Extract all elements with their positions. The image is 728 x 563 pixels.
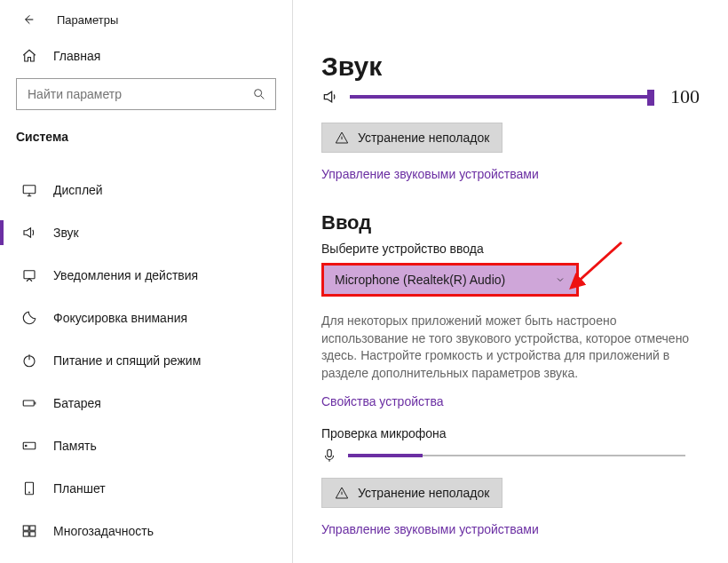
svg-rect-1: [23, 186, 36, 194]
display-icon: [21, 182, 37, 198]
sidebar-item-label: Батарея: [53, 396, 101, 410]
sidebar: Параметры Главная Система Дисплей Звук У…: [0, 0, 293, 563]
input-device-select[interactable]: Microphone (Realtek(R) Audio): [321, 263, 579, 297]
sidebar-item-label: Планшет: [53, 481, 106, 496]
svg-point-8: [29, 492, 30, 493]
battery-icon: [21, 395, 37, 411]
sidebar-item-label: Уведомления и действия: [53, 268, 198, 282]
sidebar-item-label: Фокусировка внимания: [53, 311, 187, 325]
troubleshoot-output-button[interactable]: Устранение неполадок: [321, 123, 502, 153]
svg-point-0: [255, 90, 262, 97]
mic-level-fill: [348, 454, 423, 457]
input-description: Для некоторых приложений может быть наст…: [321, 313, 700, 382]
volume-value: 100: [670, 85, 700, 108]
button-label: Устранение неполадок: [358, 486, 489, 500]
svg-line-14: [577, 242, 621, 282]
annotation-arrow: [568, 238, 630, 291]
troubleshoot-input-button[interactable]: Устранение неполадок: [321, 478, 502, 508]
sidebar-home[interactable]: Главная: [0, 36, 292, 75]
input-select-label: Выберите устройство ввода: [321, 242, 700, 256]
sidebar-item-label: Питание и спящий режим: [53, 353, 201, 368]
sidebar-item-sound[interactable]: Звук: [0, 211, 292, 254]
storage-icon: [21, 438, 37, 454]
mic-test-row: [321, 448, 700, 464]
sidebar-item-notifications[interactable]: Уведомления и действия: [0, 254, 292, 297]
home-icon: [21, 48, 37, 64]
main-content: Звук 100 Устранение неполадок Управление…: [293, 0, 728, 563]
back-arrow-icon[interactable]: [21, 12, 36, 27]
multitask-icon: [21, 523, 37, 539]
sidebar-home-label: Главная: [53, 49, 100, 63]
sidebar-item-focus[interactable]: Фокусировка внимания: [0, 297, 292, 339]
manage-devices-link[interactable]: Управление звуковыми устройствами: [321, 167, 700, 181]
sidebar-item-multitask[interactable]: Многозадачность: [0, 510, 292, 552]
svg-rect-4: [23, 400, 34, 406]
sidebar-item-label: Звук: [53, 226, 79, 240]
mic-level-bar: [348, 455, 685, 456]
mic-test-label: Проверка микрофона: [321, 426, 700, 440]
button-label: Устранение неполадок: [358, 131, 489, 145]
sidebar-nav: Дисплей Звук Уведомления и действия Фоку…: [0, 169, 292, 552]
page-title: Звук: [321, 52, 700, 82]
sidebar-item-label: Дисплей: [53, 183, 103, 197]
sidebar-item-label: Многозадачность: [53, 524, 154, 538]
notification-icon: [21, 267, 37, 283]
device-properties-link[interactable]: Свойства устройства: [321, 394, 700, 408]
manage-devices-link-2[interactable]: Управление звуковыми устройствами: [321, 522, 700, 536]
svg-rect-13: [328, 450, 332, 457]
focus-icon: [21, 310, 37, 326]
svg-rect-10: [30, 526, 36, 530]
tablet-icon: [21, 480, 37, 496]
power-icon: [21, 353, 37, 369]
svg-rect-12: [30, 532, 36, 536]
window-title: Параметры: [57, 13, 118, 27]
chevron-down-icon: [555, 274, 566, 285]
warning-icon: [335, 486, 349, 500]
volume-slider[interactable]: [350, 95, 651, 99]
microphone-icon: [321, 448, 337, 464]
search-icon: [252, 87, 266, 101]
titlebar: Параметры: [0, 9, 292, 36]
sidebar-item-storage[interactable]: Память: [0, 424, 292, 467]
search-box[interactable]: [16, 78, 276, 110]
speaker-icon: [321, 88, 339, 106]
search-input[interactable]: [26, 86, 252, 102]
volume-row: 100: [321, 85, 700, 108]
sidebar-section-title: Система: [0, 126, 292, 151]
sidebar-item-battery[interactable]: Батарея: [0, 382, 292, 424]
svg-point-6: [26, 445, 28, 447]
select-value: Microphone (Realtek(R) Audio): [335, 273, 505, 287]
sidebar-item-label: Память: [53, 439, 97, 453]
sidebar-item-display[interactable]: Дисплей: [0, 169, 292, 211]
sound-icon: [21, 225, 37, 241]
input-heading: Ввод: [321, 211, 700, 234]
volume-thumb[interactable]: [647, 90, 654, 106]
sidebar-item-power[interactable]: Питание и спящий режим: [0, 339, 292, 382]
warning-icon: [335, 131, 349, 145]
sidebar-item-tablet[interactable]: Планшет: [0, 467, 292, 510]
svg-rect-2: [24, 271, 35, 279]
svg-rect-9: [23, 526, 28, 530]
svg-rect-11: [23, 532, 28, 536]
